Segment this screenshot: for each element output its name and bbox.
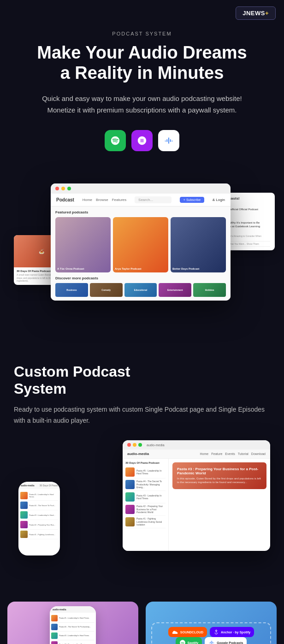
ep-thumb-5 xyxy=(125,517,135,526)
ap-li-2[interactable]: Pasta #4 - The Secret To Productivity... xyxy=(51,623,95,632)
google-podcasts-icon[interactable] xyxy=(158,130,179,151)
am-sidebar: 30 Days Of Pasta Podcast Pasta #5 - Lead… xyxy=(123,459,169,551)
audio-media-mockup: audio-media audio-media Home Feature Eve… xyxy=(123,440,270,551)
am-sidebar-title: 30 Days Of Pasta Podcast xyxy=(125,461,166,464)
podcast-card-2[interactable]: Arya Taylor Podcast xyxy=(113,217,168,272)
mockup-add-btn[interactable]: + Subscribe xyxy=(180,197,204,203)
discover-card-1[interactable]: Business xyxy=(55,283,88,297)
jnews-logo-badge[interactable]: JNEWS+ xyxy=(236,6,276,20)
google-podcasts-badge[interactable]: Google Podcasts xyxy=(205,637,247,644)
mm-thumb-4 xyxy=(20,521,28,528)
mm-text-4: Pasta #2 - Preparing Your Bus... xyxy=(29,524,55,526)
am-featured-title: Pasta #3 : Preparing Your Business for a… xyxy=(177,467,262,475)
am-content: 30 Days Of Pasta Podcast Pasta #5 - Lead… xyxy=(123,459,270,551)
mm-item-1[interactable]: Pasta #5 - Leadership In Hard Times xyxy=(20,491,58,501)
hero-title: Make Your Audio Dreams a Reality in Minu… xyxy=(18,43,266,83)
am-nav-events: Events xyxy=(225,452,235,455)
am-featured-desc: In this episode, Guten Bored by the firs… xyxy=(177,477,262,484)
soundcloud-label: SOUNDCLOUD xyxy=(180,631,203,634)
ap-li-3[interactable]: Pasta #3 - Leadership In Hard Times xyxy=(51,632,95,640)
custom-title-line2: System xyxy=(14,380,66,397)
am-nav-home: Home xyxy=(200,452,209,455)
mockup-navbar: Podcast Home Browse Features Search... +… xyxy=(51,194,231,207)
ap-li-thumb-1 xyxy=(51,615,58,621)
am-nav-download: Download xyxy=(251,452,266,455)
soundcloud-badge[interactable]: SOUNDCLOUD xyxy=(168,627,207,637)
import-badges-row-2: Spotify Google Podcasts xyxy=(156,637,266,644)
am-episode-2[interactable]: Pasta #4 - The Secret To Productivity: M… xyxy=(125,479,166,491)
am-url: audio-media xyxy=(147,443,165,447)
am-main-content: Pasta #3 : Preparing Your Business for a… xyxy=(169,459,270,551)
ap-li-4[interactable]: Pasta #2 - Preparing Your Business xyxy=(51,640,95,644)
spotify-icon[interactable] xyxy=(105,130,126,151)
ep-text-4: Pasta #2 - Preparing Your Business for a… xyxy=(136,505,166,514)
card-1-title: A Tüc Onna Podcast xyxy=(57,267,84,271)
am-nav-links: Home Feature Events Tutorial Download xyxy=(200,452,266,455)
close-dot xyxy=(55,187,59,190)
ap-li-1[interactable]: Pasta #5 - Leadership In Hard Times xyxy=(51,614,95,623)
mm-logo: audio-media xyxy=(21,484,34,487)
mm-item-2[interactable]: Pasta #4 - The Secret To Prod... xyxy=(20,501,58,510)
mockup-login[interactable]: & Login xyxy=(213,198,225,202)
mockup-content: Featured podcasts A Tüc Onna Podcast Ary… xyxy=(51,207,231,301)
am-close xyxy=(127,443,131,447)
audio-mockup-wrapper: audio-media audio-media Home Feature Eve… xyxy=(14,440,270,542)
anchor-label: Anchor · by Spotify xyxy=(221,631,250,634)
mm-text-5: Pasta #1 - Fighting Loneliness... xyxy=(29,533,55,536)
discover-card-3[interactable]: Educational xyxy=(124,283,157,297)
expand-dot xyxy=(67,187,71,190)
mm-item-4[interactable]: Pasta #2 - Preparing Your Bus... xyxy=(20,520,58,530)
am-window-bar: audio-media xyxy=(123,440,270,449)
mockup-search[interactable]: Search... xyxy=(135,196,172,203)
mm-item-3[interactable]: Pasta #3 - Leadership In Hard... xyxy=(20,510,58,520)
jnews-plus: + xyxy=(265,10,269,17)
podcast-card-3[interactable]: Better Days Podcast xyxy=(171,217,226,272)
nav-home: Home xyxy=(83,198,92,202)
ap-li-thumb-2 xyxy=(51,624,58,630)
discover-card-2[interactable]: Comedy xyxy=(90,283,123,297)
jnews-text: JNEWS xyxy=(243,10,265,17)
discover-card-4[interactable]: Entertainment xyxy=(159,283,191,297)
window-bar xyxy=(51,183,231,194)
am-episode-4[interactable]: Pasta #2 - Preparing Your Business for a… xyxy=(125,503,166,516)
two-col-section: audio-media Pasta #5 - Leadership In Har… xyxy=(0,592,284,644)
spotify-badge[interactable]: Spotify xyxy=(176,637,202,644)
main-mockup-section: Podcast Home Browse Features Search... +… xyxy=(0,183,284,313)
hero-label: PODCAST SYSTEM xyxy=(18,31,266,36)
hero-title-line1: Make Your Audio Dreams xyxy=(37,43,247,62)
podcast-card-1[interactable]: A Tüc Onna Podcast xyxy=(55,217,111,272)
ep-thumb-2 xyxy=(125,480,135,489)
am-episode-3[interactable]: Pasta #3 - Leadership In Hard Times xyxy=(125,491,166,503)
mm-thumb-1 xyxy=(20,492,28,499)
ep-text-5: Pasta #1 - Fighting Loneliness During So… xyxy=(136,517,166,526)
mockup-logo: Podcast xyxy=(56,197,74,202)
mm-text-1: Pasta #5 - Leadership In Hard Times xyxy=(29,493,58,498)
spotify-badge-label: Spotify xyxy=(188,641,199,644)
ap-li-text-2: Pasta #4 - The Secret To Productivity... xyxy=(59,626,91,628)
ep-thumb-4 xyxy=(125,505,135,514)
audio-player-image: audio-media Pasta #5 - Leadership In Har… xyxy=(7,602,138,644)
import-badges-row-1: SOUNDCLOUD Anchor · by Spotify xyxy=(156,627,266,637)
ep-thumb-1 xyxy=(125,467,135,477)
am-episode-5[interactable]: Pasta #1 - Fighting Loneliness During So… xyxy=(125,516,166,528)
am-expand xyxy=(138,443,142,447)
ap-phone-header: audio-media xyxy=(50,606,96,613)
minimize-dot xyxy=(61,187,65,190)
apple-podcasts-icon[interactable] xyxy=(131,130,153,151)
anchor-badge[interactable]: Anchor · by Spotify xyxy=(210,627,254,637)
ap-li-thumb-3 xyxy=(51,632,58,639)
podcast-grid: A Tüc Onna Podcast Arya Taylor Podcast B… xyxy=(55,217,226,272)
audio-player-phone: audio-media Pasta #5 - Leadership In Har… xyxy=(50,606,96,644)
custom-title-line1: Custom Podcast xyxy=(14,363,130,380)
am-episode-1[interactable]: Pasta #5 - Leadership In Hard Times xyxy=(125,466,166,479)
google-podcasts-badge-label: Google Podcasts xyxy=(217,641,243,644)
custom-podcast-section: Custom Podcast System Ready to use podca… xyxy=(0,340,284,565)
platform-icons xyxy=(18,130,266,151)
ap-li-text-1: Pasta #5 - Leadership In Hard Times xyxy=(59,617,89,620)
am-featured-episode[interactable]: Pasta #3 : Preparing Your Business for a… xyxy=(172,462,266,489)
mm-item-5[interactable]: Pasta #1 - Fighting Loneliness... xyxy=(20,530,58,539)
mm-text-3: Pasta #3 - Leadership In Hard... xyxy=(29,514,55,516)
discover-card-5[interactable]: Hobbies xyxy=(193,283,226,297)
mm-thumb-2 xyxy=(20,502,28,509)
custom-podcast-desc: Ready to use podcasting system with cust… xyxy=(14,404,270,426)
